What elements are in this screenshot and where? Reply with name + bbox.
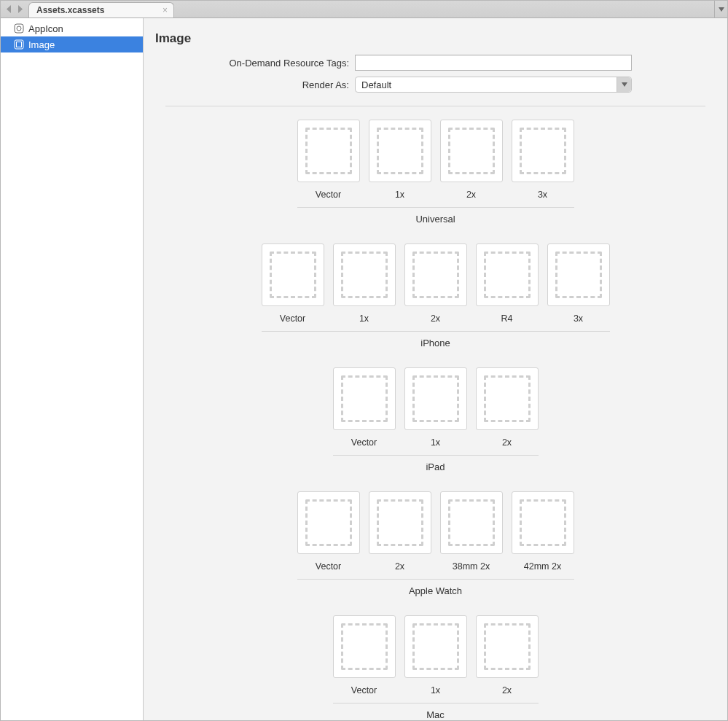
empty-slot-icon [484, 623, 531, 670]
slot-label: 1x [431, 685, 440, 695]
image-well[interactable] [333, 243, 396, 306]
image-slot: 2x [369, 491, 431, 572]
slot-group-apple-watch: Vector2x38mm 2x42mm 2xApple Watch [297, 491, 574, 596]
image-well[interactable] [369, 491, 431, 554]
group-title: iPhone [420, 338, 450, 348]
image-well[interactable] [297, 120, 360, 182]
image-well[interactable] [297, 491, 360, 554]
tab-assets[interactable]: Assets.xcassets × [28, 2, 174, 17]
render-as-value: Default [361, 79, 391, 90]
imageset-icon [14, 39, 24, 50]
sidebar-item-appicon[interactable]: AppIcon [1, 20, 143, 36]
image-slot: Vector [262, 243, 324, 324]
slot-label: 2x [502, 685, 512, 695]
slot-label: 38mm 2x [453, 561, 490, 572]
render-as-select[interactable]: Default [355, 77, 632, 93]
slot-label: Vector [316, 561, 341, 572]
sidebar-item-label: AppIcon [28, 23, 63, 34]
empty-slot-icon [341, 375, 388, 422]
divider [165, 106, 705, 106]
tab-nav [1, 1, 28, 17]
sidebar-item-label: Image [28, 39, 55, 50]
asset-detail: Image On-Demand Resource Tags: Render As… [144, 18, 727, 720]
empty-slot-icon [341, 252, 388, 298]
appicon-icon [14, 23, 24, 34]
image-slot: 42mm 2x [512, 491, 574, 572]
image-well[interactable] [476, 615, 539, 678]
tags-label: On-Demand Resource Tags: [144, 58, 355, 69]
slot-label: 1x [431, 437, 440, 448]
slot-label: 2x [431, 313, 440, 324]
slot-label: 3x [574, 313, 583, 324]
slot-label: Vector [316, 190, 341, 200]
group-title: Mac [426, 709, 445, 720]
image-well[interactable] [333, 367, 396, 430]
svg-rect-2 [15, 40, 23, 49]
svg-point-1 [17, 26, 21, 31]
divider [333, 703, 539, 704]
slot-groups: Vector1x2x3xUniversalVector1x2xR43xiPhon… [144, 120, 727, 720]
sidebar-item-image[interactable]: Image [1, 36, 143, 52]
image-well[interactable] [404, 367, 467, 430]
slot-group-ipad: Vector1x2xiPad [333, 367, 539, 472]
tab-bar: Assets.xcassets × [1, 1, 727, 18]
tab-overflow-button[interactable] [714, 1, 727, 17]
group-title: iPad [426, 461, 445, 472]
slot-label: Vector [351, 437, 377, 448]
image-slot: 3x [547, 243, 610, 324]
empty-slot-icon [448, 128, 495, 174]
slot-label: 2x [395, 561, 404, 572]
image-well[interactable] [440, 491, 503, 554]
asset-form: On-Demand Resource Tags: Render As: Defa… [144, 55, 727, 101]
divider [333, 455, 539, 456]
empty-slot-icon [270, 252, 316, 298]
slot-label: 1x [359, 313, 369, 324]
image-well[interactable] [547, 243, 610, 306]
image-slot: 1x [333, 243, 396, 324]
group-title: Universal [415, 214, 455, 225]
slot-label: Vector [280, 313, 305, 324]
image-well[interactable] [476, 243, 539, 306]
group-title: Apple Watch [409, 585, 462, 596]
nav-forward-icon[interactable] [17, 5, 23, 13]
empty-slot-icon [412, 375, 459, 422]
image-well[interactable] [369, 120, 431, 182]
nav-back-icon[interactable] [7, 5, 12, 13]
image-slot: 2x [440, 120, 503, 200]
image-slot: 2x [476, 615, 539, 695]
render-as-label: Render As: [144, 79, 355, 90]
image-well[interactable] [333, 615, 396, 678]
empty-slot-icon [555, 252, 602, 298]
image-well[interactable] [262, 243, 324, 306]
asset-sidebar: AppIconImage [1, 18, 144, 720]
image-slot: 2x [404, 243, 467, 324]
slot-label: 2x [466, 190, 476, 200]
image-slot: Vector [333, 367, 396, 448]
slot-label: 2x [502, 437, 512, 448]
page-title: Image [144, 18, 727, 55]
slot-label: 3x [538, 190, 547, 200]
image-well[interactable] [512, 120, 574, 182]
image-slot: 1x [404, 367, 467, 448]
image-slot: R4 [476, 243, 539, 324]
slot-label: R4 [501, 313, 513, 324]
empty-slot-icon [412, 252, 459, 298]
slot-group-iphone: Vector1x2xR43xiPhone [262, 243, 610, 348]
empty-slot-icon [305, 499, 352, 546]
svg-rect-3 [17, 42, 22, 47]
divider [297, 207, 574, 208]
image-well[interactable] [512, 491, 574, 554]
tab-title: Assets.xcassets [36, 5, 104, 15]
tags-input[interactable] [355, 55, 632, 71]
image-well[interactable] [440, 120, 503, 182]
image-well[interactable] [404, 615, 467, 678]
image-well[interactable] [404, 243, 467, 306]
image-slot: Vector [297, 120, 360, 200]
empty-slot-icon [412, 623, 459, 670]
image-slot: 1x [369, 120, 431, 200]
slot-group-universal: Vector1x2x3xUniversal [297, 120, 574, 225]
close-icon[interactable]: × [163, 6, 168, 15]
image-well[interactable] [476, 367, 539, 430]
svg-rect-0 [15, 24, 23, 33]
empty-slot-icon [484, 375, 531, 422]
